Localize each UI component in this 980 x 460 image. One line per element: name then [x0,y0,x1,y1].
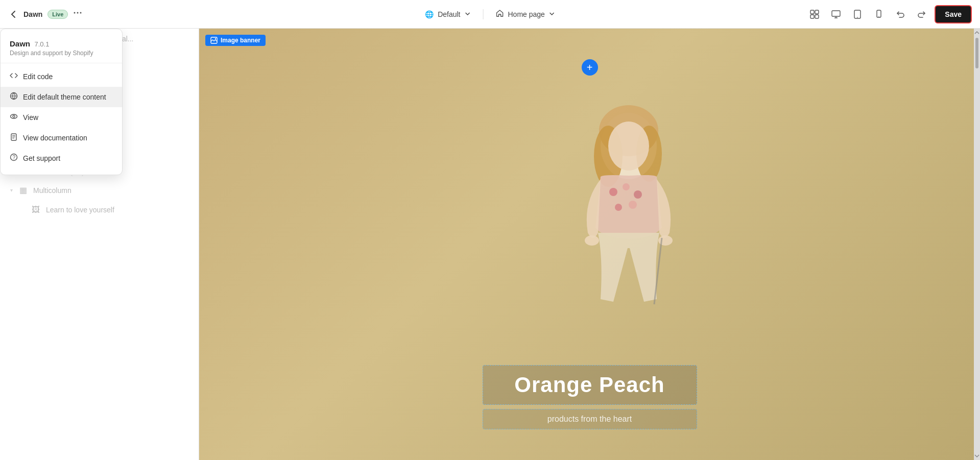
list-item-multicolumn[interactable]: ▾ ▦ Multicolumn [0,180,199,200]
svg-point-25 [609,188,617,196]
page-label: Home page [508,10,544,18]
docs-icon [10,133,18,143]
chevron-down-icon [464,10,470,18]
list-item-learn-to-love[interactable]: 🖼 Learn to love yourself [0,200,199,220]
topbar-left: Dawn Live [8,8,82,20]
theme-label: Default [438,10,460,18]
svg-point-28 [615,204,622,211]
dropdown-edit-theme-content[interactable]: Edit default theme content [1,87,122,107]
dropdown-theme-name: Dawn [10,39,30,48]
canvas-inner: Image banner + [199,29,980,460]
dropdown-view-docs-label: View documentation [23,134,87,142]
hero-title-box[interactable]: Orange Peach [483,365,697,405]
chevron-down-icon [549,10,555,18]
dropdown-header: Dawn 7.0.1 Design and support by Shopify [1,35,122,63]
svg-rect-3 [810,10,814,14]
dropdown-view-label: View [23,113,38,122]
svg-point-14 [13,115,15,117]
apps-button[interactable] [806,6,823,23]
help-icon: ? [10,153,18,163]
code-icon [10,71,18,82]
chevron-down-icon: ▾ [10,187,13,193]
canvas: Image banner + [199,29,980,460]
svg-rect-7 [832,11,840,16]
mobile-view-button[interactable] [870,6,888,23]
dropdown-title: Dawn 7.0.1 [10,39,113,49]
more-button[interactable] [73,8,82,20]
multicolumn-icon: ▦ [18,185,28,195]
topbar-center: 🌐 Default Home page [425,9,555,19]
sidebar: ☰ Established in 2022, the goal... ⊕ Add… [0,29,199,460]
back-button[interactable] [8,9,18,19]
hero-background: Image banner + [199,29,980,460]
dropdown-view[interactable]: View [1,107,122,128]
scrollbar-thumb[interactable] [975,38,978,68]
svg-point-0 [74,12,76,14]
live-badge: Live [47,10,68,19]
hero-title: Orange Peach [495,373,684,397]
save-button[interactable]: Save [935,5,972,23]
main-layout: ☰ Established in 2022, the goal... ⊕ Add… [0,29,980,460]
svg-point-19 [215,38,216,39]
hero-image [532,59,726,355]
svg-point-2 [80,12,82,14]
theme-selector[interactable]: 🌐 Default [425,10,470,18]
sidebar-item-label: Multicolumn [33,186,188,195]
svg-rect-6 [815,15,819,18]
desktop-view-button[interactable] [827,6,845,23]
dropdown-get-support[interactable]: ? Get support [1,148,122,168]
svg-text:?: ? [13,155,16,160]
topbar-right: Save [806,5,972,23]
svg-rect-5 [810,15,814,18]
globe-icon: 🌐 [425,10,434,18]
redo-button[interactable] [913,6,930,23]
svg-point-9 [857,17,858,18]
home-icon [495,9,504,19]
svg-point-26 [623,183,630,190]
undo-button[interactable] [892,6,909,23]
canvas-scrollbar[interactable] [974,29,980,460]
tablet-view-button[interactable] [849,6,866,23]
dropdown-view-docs[interactable]: View documentation [1,128,122,148]
svg-point-1 [77,12,79,14]
svg-point-13 [11,114,17,118]
svg-point-30 [585,235,599,246]
svg-point-27 [634,190,642,199]
sidebar-item-label: Learn to love yourself [46,206,188,214]
svg-point-24 [608,122,649,171]
add-section-button[interactable]: + [582,59,598,76]
dropdown-edit-code-label: Edit code [23,72,53,81]
svg-point-29 [629,201,637,209]
hero-subtitle-box[interactable]: products from the heart [483,409,697,429]
scroll-down-arrow[interactable] [974,453,980,459]
dropdown-menu: Dawn 7.0.1 Design and support by Shopify… [0,29,123,175]
hero-content: Orange Peach products from the heart [483,365,697,429]
dropdown-theme-sub: Design and support by Shopify [10,50,113,57]
svg-rect-4 [815,10,819,14]
eye-icon [10,112,18,123]
dropdown-get-support-label: Get support [23,154,60,162]
scroll-up-arrow[interactable] [974,30,980,36]
topbar: Dawn Live 🌐 Default Home page [0,0,980,29]
image-banner-label: Image banner [205,35,266,46]
banner-label-text: Image banner [221,37,260,44]
divider [483,9,483,19]
dropdown-edit-code[interactable]: Edit code [1,66,122,87]
image-icon: 🖼 [31,205,41,214]
hero-subtitle: products from the heart [495,415,684,424]
theme-name: Dawn [23,10,42,18]
dropdown-theme-version: 7.0.1 [34,40,49,48]
globe-icon [10,92,18,102]
dropdown-edit-theme-content-label: Edit default theme content [23,93,106,101]
svg-point-11 [879,16,879,16]
page-selector[interactable]: Home page [495,9,555,19]
